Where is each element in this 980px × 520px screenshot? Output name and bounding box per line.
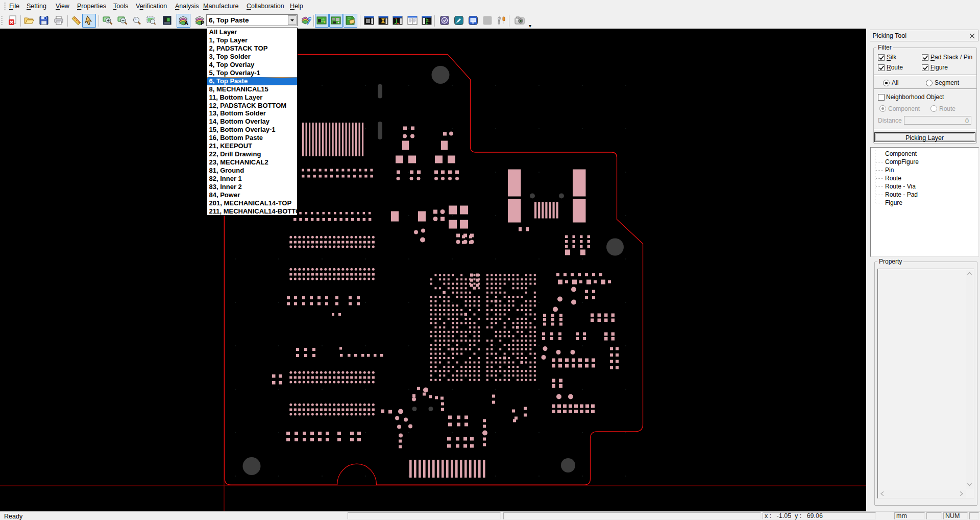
svg-text:E: E	[427, 18, 430, 22]
svg-text:P: P	[201, 20, 204, 26]
svg-text:A: A	[184, 20, 188, 26]
